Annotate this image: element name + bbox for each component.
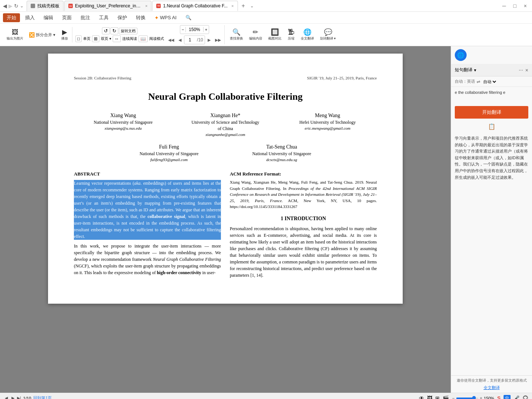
zoom-bar-minus[interactable]: − (452, 396, 454, 399)
win-refresh[interactable]: ↻ (14, 3, 18, 9)
swap-icon[interactable]: ⇌ (477, 79, 480, 84)
btn-rotate-left[interactable]: ↺ (102, 27, 110, 34)
win-back[interactable]: ◀ (3, 3, 7, 9)
btn-read-mode[interactable]: 📖 (139, 35, 148, 42)
btn-continuous-small[interactable]: ↔ (113, 35, 121, 42)
menu-search[interactable]: 🔍 (182, 14, 195, 21)
btn-play[interactable]: ▶ 播放 (59, 27, 71, 42)
btn-phrase-translate[interactable]: 💬 划词翻译 ▾ (318, 27, 338, 42)
copy-icon[interactable]: 📋 (488, 123, 495, 130)
pdf-page-header: Session 2B: Collaborative Filtering SIGI… (74, 76, 377, 80)
window-maximize[interactable]: □ (511, 3, 518, 9)
menu-page[interactable]: 页面 (58, 13, 75, 22)
btn-read-label: 阅读模式 (149, 36, 164, 41)
translate-input[interactable]: e the collaborative filtering e (455, 90, 528, 101)
win-forward[interactable]: ▶ (8, 3, 13, 9)
status-mic-icon[interactable]: 🎤 (514, 395, 519, 399)
win-dropdown[interactable]: ⌄ (20, 3, 24, 8)
panel-title: 短句翻译 (455, 67, 473, 73)
btn-compress[interactable]: 🗜 压缩 (285, 27, 297, 42)
translate-bubble[interactable]: 🌐 (455, 49, 467, 61)
panel-close[interactable]: × (525, 67, 528, 73)
wps-s-icon: S (497, 395, 501, 399)
full-translate-text[interactable]: 全文翻译 (484, 385, 500, 390)
tab-add-button[interactable]: + (239, 3, 248, 9)
status-home[interactable]: 回到第1页 (33, 395, 52, 399)
auto-detect-row: 自动：英语 ⇌ 自动 中文 英语 (451, 76, 532, 87)
btn-find-label: 查找替换 (230, 36, 243, 41)
tab-ngcf[interactable]: W 1.Neural Graph Collaborative F... × (152, 1, 238, 11)
next-page-btn[interactable]: ▶ (206, 38, 212, 42)
status-last-btn[interactable]: ▶| (17, 396, 21, 399)
tab-close-active[interactable]: × (231, 4, 233, 8)
btn-single-page-small[interactable]: □ (75, 35, 82, 42)
author1-name: Xiang Wang (74, 113, 173, 119)
intro-text: Personalized recommendation is ubiquitou… (230, 225, 377, 279)
conference-label: SIGIR '19, July 21–25, 2019, Paris, Fran… (307, 76, 377, 80)
find-icon: 🔍 (232, 29, 241, 35)
zoom-out-btn[interactable]: − (180, 27, 185, 32)
tab-close[interactable]: × (145, 4, 147, 8)
tab-templates[interactable]: 找稿壳模板 (27, 1, 64, 11)
window-minimize[interactable]: ─ (500, 3, 508, 9)
ribbon-group-tools: 🔍 查找替换 ✏ 编辑内容 🔲 截图对比 🗜 压缩 🌐 全文翻译 💬 划词 (226, 27, 340, 42)
btn-find-replace[interactable]: 🔍 查找替换 (228, 27, 245, 42)
tab-overflow[interactable]: ⌄ (249, 3, 255, 8)
zoom-value[interactable]: 150% (185, 27, 204, 32)
btn-rotate-right[interactable]: ↻ (110, 27, 118, 34)
menu-comment[interactable]: 批注 (77, 13, 94, 22)
tab-label: 1.Neural Graph Collaborative F... (163, 3, 228, 8)
prev-page-btn[interactable]: ◀ (177, 38, 183, 42)
first-page-btn[interactable]: ◀◀ (166, 38, 176, 42)
author2-email: xiangnanhe@gmail.com (176, 132, 275, 137)
icon-row: 📋 (451, 121, 532, 132)
translate-result: 学习向量表示，用户和项目的代推荐系统的核心，从早期的最近出现的基于深度学习的方了… (451, 132, 532, 375)
btn-screenshot-label: 截图对比 (268, 36, 282, 41)
btn-double-page-small[interactable]: ⊞ (92, 35, 99, 42)
menu-edit[interactable]: 编辑 (40, 13, 57, 22)
window-close[interactable]: × (522, 3, 529, 9)
ribbon-group-view: 🖼 输出为图片 🔀 拆分合并 ▾ ▶ 播放 (3, 27, 72, 42)
status-grid-icon[interactable]: 🖼 (427, 395, 432, 399)
page-input[interactable] (184, 37, 195, 42)
status-headphone-icon[interactable]: 🎧 (522, 395, 528, 399)
status-eye-icon[interactable]: 👁 (419, 395, 424, 399)
status-video-icon[interactable]: 🎬 (443, 395, 449, 399)
tab-paper1[interactable]: W Exploiting_User_Preference_in_GN... × (64, 1, 151, 11)
menu-convert[interactable]: 转换 (132, 13, 149, 22)
status-zh-icon[interactable]: 中 (504, 395, 511, 399)
btn-rotate-text[interactable]: 旋转文档 (119, 28, 137, 34)
zoom-bar-plus[interactable]: + (480, 396, 482, 399)
menu-protect[interactable]: 保护 (114, 13, 131, 22)
panel-header: 短句翻译 ▾ ⋯ × (451, 64, 532, 76)
btn-full-translate[interactable]: 🌐 全文翻译 (299, 27, 316, 42)
ribbon-toolbar: 🖼 输出为图片 🔀 拆分合并 ▾ ▶ 播放 ↺ ↻ 旋转文档 (0, 24, 532, 46)
reference-title: ACM Reference Format: (230, 171, 377, 177)
status-columns-icon[interactable]: ⊞ (435, 395, 440, 399)
btn-phrase-label: 划词翻译 ▾ (320, 36, 336, 41)
translate-icon: 🌐 (303, 29, 311, 35)
menu-wpsai[interactable]: ✦WPS AI (151, 14, 180, 22)
btn-split-merge[interactable]: 🔀 拆分合并 ▾ (27, 31, 57, 38)
btn-screenshot-compare[interactable]: 🔲 截图对比 (266, 27, 284, 42)
zoom-in-btn[interactable]: + (204, 27, 209, 32)
pdf-viewer[interactable]: Session 2B: Collaborative Filtering SIGI… (0, 46, 451, 393)
translate-btn[interactable]: 开始翻译 (455, 106, 528, 119)
status-prev[interactable]: ◀ (4, 396, 9, 399)
full-translate-link[interactable]: 全文翻译 (455, 385, 528, 391)
panel-settings[interactable]: ⋯ (519, 68, 523, 73)
menu-start[interactable]: 开始 (3, 13, 20, 22)
btn-edit-content[interactable]: ✏ 编辑内容 (247, 27, 265, 42)
statusbar-nav: ◀ ▶ ▶| (4, 396, 21, 399)
abstract-highlighted: Learning vector representations (aka. em… (74, 180, 221, 240)
target-lang-select[interactable]: 自动 中文 英语 (482, 79, 497, 84)
panel-title-dropdown[interactable]: 短句翻译 ▾ (455, 67, 476, 73)
last-page-btn[interactable]: ▶▶ (213, 38, 223, 42)
btn-export-image[interactable]: 🖼 输出为图片 (4, 27, 25, 42)
status-next[interactable]: ▶ (10, 396, 16, 399)
menu-tools[interactable]: 工具 (95, 13, 112, 22)
btn-play-label: 播放 (61, 36, 68, 41)
zoom-slider-thumb[interactable] (472, 396, 476, 399)
author-5: Tat-Seng Chua National University of Sin… (227, 144, 336, 162)
menu-insert[interactable]: 插入 (21, 13, 38, 22)
